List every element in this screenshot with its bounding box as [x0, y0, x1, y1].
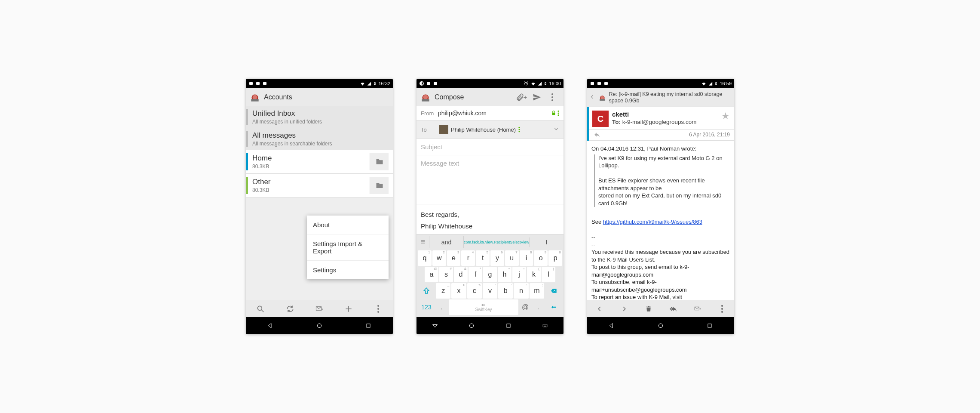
key-l[interactable]: l) [542, 267, 555, 282]
status-icon [597, 81, 602, 86]
key-g[interactable]: g- [483, 267, 497, 282]
next-message-button[interactable] [616, 300, 633, 317]
key-t[interactable]: t5 [476, 250, 490, 266]
spacebar-key[interactable]: SwiftKey [449, 299, 518, 315]
folder-button[interactable] [370, 153, 389, 170]
attach-button[interactable]: + [514, 89, 529, 105]
nav-keyboard[interactable] [536, 317, 554, 334]
to-row[interactable]: To Philip Whitehouse (Home) [416, 120, 564, 139]
key-v[interactable]: v" [483, 283, 497, 299]
key-j[interactable]: j= [512, 267, 526, 282]
at-key[interactable]: @ [519, 299, 531, 315]
key-k[interactable]: k( [527, 267, 541, 282]
comma-key[interactable]: , [436, 299, 448, 315]
key-u[interactable]: u7 [505, 250, 519, 266]
key-p[interactable]: p0 [548, 250, 562, 266]
compose-button[interactable] [689, 300, 706, 317]
numeric-key[interactable]: 123 [418, 299, 435, 315]
swiftkey-icon [481, 303, 485, 307]
svg-point-55 [721, 305, 723, 307]
recipient-chip[interactable]: Philip Whitehouse (Home) [438, 124, 523, 135]
backspace-key[interactable] [545, 283, 562, 299]
message-body[interactable]: On 04.04.2016 12:31, Paul Norman wrote: … [587, 141, 734, 300]
key-a[interactable]: a@ [425, 267, 438, 282]
back-icon [267, 322, 274, 329]
menu-about[interactable]: About [307, 216, 389, 234]
crypto-indicator[interactable] [551, 110, 559, 116]
nav-recent[interactable] [701, 317, 718, 334]
key-i[interactable]: i8 [520, 250, 533, 266]
nav-back[interactable] [426, 317, 444, 334]
add-button[interactable] [340, 300, 357, 317]
message-body-input[interactable]: Message text [416, 155, 564, 204]
key-y[interactable]: y6 [490, 250, 504, 266]
key-z[interactable]: z_ [436, 283, 450, 299]
suggestion[interactable]: and [429, 236, 464, 248]
key-b[interactable]: b' [498, 283, 513, 299]
search-button[interactable] [252, 300, 269, 317]
overflow-button[interactable] [714, 300, 731, 317]
hamburger-key[interactable] [416, 236, 429, 248]
send-button[interactable] [529, 89, 545, 105]
nav-home[interactable] [652, 317, 669, 334]
enter-key[interactable] [545, 299, 562, 315]
status-bar: 16:32 [246, 79, 393, 88]
key-s[interactable]: s# [439, 267, 453, 282]
key-n[interactable]: n: [514, 283, 528, 299]
from-row[interactable]: From philip@whiuk.com [416, 106, 564, 120]
nav-recent[interactable] [500, 317, 517, 334]
subject-input[interactable]: Subject [416, 139, 564, 155]
nav-home[interactable] [463, 317, 480, 334]
suggestion[interactable]: I [530, 236, 564, 248]
key-c[interactable]: c€ [467, 283, 482, 299]
key-x[interactable]: x£ [451, 283, 466, 299]
back-button[interactable] [590, 93, 595, 102]
menu-settings[interactable]: Settings [307, 261, 389, 279]
key-e[interactable]: e3 [447, 250, 461, 266]
unified-inbox-item[interactable]: Unified Inbox All messages in unified fo… [246, 106, 393, 128]
svg-rect-0 [249, 82, 253, 85]
prev-message-button[interactable] [591, 300, 608, 317]
issue-link[interactable]: https://github.com/k9mail/k-9/issues/863 [603, 219, 702, 225]
folder-icon [375, 182, 384, 189]
account-home-item[interactable]: Home 80.3KB [246, 150, 393, 174]
key-r[interactable]: r4 [461, 250, 475, 266]
key-w[interactable]: w2 [432, 250, 446, 266]
account-other-item[interactable]: Other 80.3KB [246, 174, 393, 197]
overflow-button[interactable] [545, 89, 560, 105]
chevron-left-icon [590, 93, 595, 101]
compose-button[interactable] [311, 300, 328, 317]
refresh-button[interactable] [282, 300, 299, 317]
key-h[interactable]: h+ [498, 267, 511, 282]
search-icon [256, 305, 265, 313]
svg-rect-24 [422, 99, 429, 101]
body-line: To post to this group, send email to k-9… [591, 263, 730, 278]
delete-button[interactable] [640, 300, 657, 317]
nav-back[interactable] [603, 317, 620, 334]
from-value: philip@whiuk.com [438, 110, 487, 117]
spacebar-label: SwiftKey [475, 307, 492, 312]
nav-recent[interactable] [360, 317, 377, 334]
star-button[interactable]: ★ [721, 111, 730, 127]
all-messages-item[interactable]: All messages All messages in searchable … [246, 128, 393, 150]
key-d[interactable]: d& [454, 267, 468, 282]
key-q[interactable]: q1 [418, 250, 432, 266]
shift-key[interactable] [418, 283, 435, 299]
message-header[interactable]: C cketti To: k-9-mail@googlegroups.com ★ [589, 107, 734, 130]
key-m[interactable]: m; [530, 283, 544, 299]
suggestion[interactable]: com.fsck.k9.view.RecipientSelectView [464, 237, 530, 247]
body-line: See https://github.com/k9mail/k-9/issues… [591, 218, 730, 226]
nav-home[interactable] [311, 317, 328, 334]
expand-recipients[interactable] [553, 126, 559, 133]
body-text: To report an issue with K-9 Mail, visit [591, 294, 682, 300]
overflow-button[interactable] [370, 300, 387, 317]
svg-point-57 [721, 311, 723, 313]
period-key[interactable]: . [532, 299, 544, 315]
status-icon [603, 81, 609, 86]
key-o[interactable]: o9 [534, 250, 548, 266]
menu-import-export[interactable]: Settings Import & Export [307, 234, 389, 261]
reply-all-button[interactable] [665, 300, 682, 317]
folder-button[interactable] [370, 177, 389, 194]
nav-back[interactable] [262, 317, 279, 334]
key-f[interactable]: f* [469, 267, 482, 282]
